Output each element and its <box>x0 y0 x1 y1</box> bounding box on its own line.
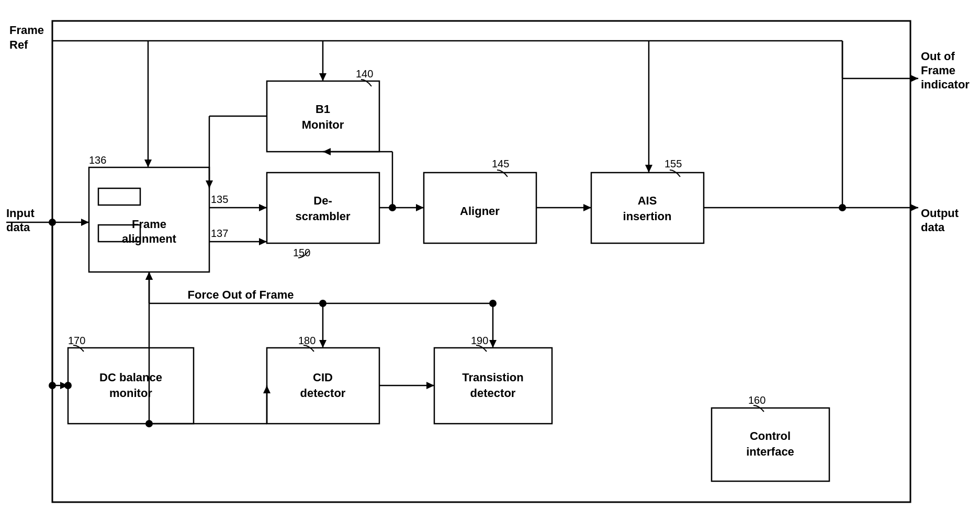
dc-cid-bottom-dot <box>145 420 153 427</box>
dc-balance-text: DC balance <box>99 371 162 384</box>
descrambler-block <box>267 173 379 243</box>
input-data-label: Input <box>6 207 35 220</box>
aligner-text: Aligner <box>460 205 500 218</box>
out-of-frame-label2: Frame <box>921 64 955 77</box>
control-number: 160 <box>748 394 765 406</box>
fa-reg1 <box>98 188 140 205</box>
frame-alignment-text: Frame <box>132 218 166 231</box>
arrow-137 <box>259 238 267 245</box>
arrow-desc-aligner <box>416 204 424 211</box>
out-of-frame-label: Out of <box>921 50 955 63</box>
arrow-b1-down <box>319 73 326 81</box>
cid-text: CID <box>313 371 333 384</box>
aligner-number: 145 <box>492 158 509 169</box>
out-of-frame-label3: indicator <box>921 78 970 91</box>
dc-balance-text2: monitor <box>109 387 152 400</box>
arrow-ais-output <box>910 204 918 211</box>
label-135: 135 <box>211 194 228 205</box>
arrow-cid-force <box>319 340 326 348</box>
descrambler-text2: scrambler <box>295 210 351 223</box>
frame-alignment-text2: alignment <box>122 232 177 245</box>
ais-text: AIS <box>638 194 657 207</box>
force-oof-label: Force Out of Frame <box>188 288 294 301</box>
arrow-oof <box>910 75 918 82</box>
cid-detector-block <box>267 348 379 424</box>
dc-balance-block <box>68 348 194 424</box>
arrow-input-fa <box>81 219 89 226</box>
ais-number: 155 <box>664 158 682 169</box>
block-diagram-svg: Frame Ref Input data Out of Frame indica… <box>0 0 980 522</box>
dc-left-dot <box>64 382 72 389</box>
arrow-trans-force <box>489 340 497 348</box>
trans-number: 190 <box>471 335 488 346</box>
arrow-aligner-ais <box>583 204 591 211</box>
b1-number: 140 <box>356 68 373 80</box>
b1-monitor-block <box>267 81 379 152</box>
control-text2: interface <box>746 445 794 458</box>
frame-ref-label: Frame <box>9 24 44 37</box>
dc-number: 170 <box>68 335 85 346</box>
arrow-dc-fa <box>145 272 153 280</box>
arrow-fa-desc <box>259 204 267 211</box>
ais-text2: insertion <box>623 210 672 223</box>
arrow-fa-down <box>144 160 152 167</box>
ais-insertion-block <box>591 173 704 243</box>
fa-number: 136 <box>89 154 106 166</box>
dc-input-dot <box>49 382 56 389</box>
cid-text2: detector <box>300 387 346 400</box>
cid-number: 180 <box>298 335 316 346</box>
b1-monitor-text2: Monitor <box>302 118 344 131</box>
descrambler-text: De- <box>313 194 332 207</box>
trans-text2: detector <box>470 387 516 400</box>
diagram-container: Frame Ref Input data Out of Frame indica… <box>0 0 980 522</box>
label-137: 137 <box>211 228 228 239</box>
frame-ref-label2: Ref <box>9 38 28 51</box>
arrow-frameref-ais <box>645 165 652 173</box>
transistion-detector-block <box>434 348 552 424</box>
control-text: Control <box>750 429 791 442</box>
trans-text: Transistion <box>462 371 523 384</box>
output-data-label2: data <box>921 221 945 234</box>
arrow-cid-trans <box>426 382 434 389</box>
b1-monitor-text: B1 <box>316 103 330 116</box>
output-data-label: Output <box>921 207 959 220</box>
oof-dot <box>839 204 846 211</box>
